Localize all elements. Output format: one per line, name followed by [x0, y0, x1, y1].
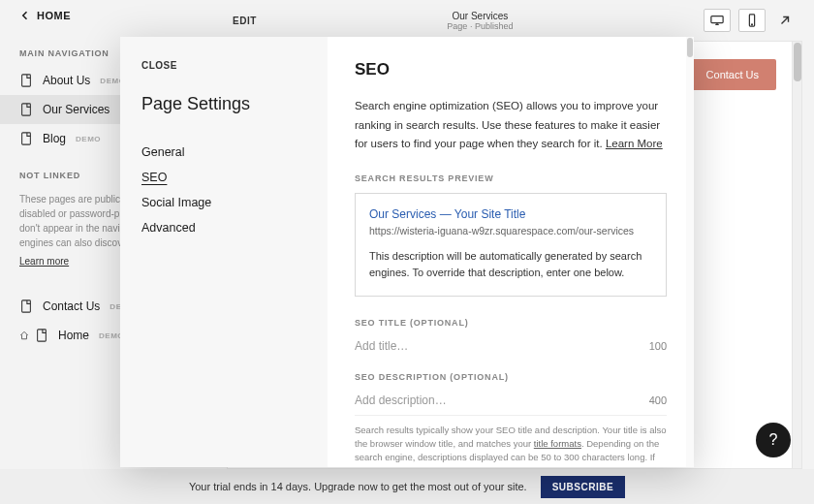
edit-button[interactable]: EDIT	[233, 16, 257, 26]
page-title: Our Services	[447, 11, 513, 21]
modal-content: SEO Search engine optimization (SEO) all…	[328, 37, 694, 467]
sidebar-item-label: Blog	[43, 132, 66, 145]
sidebar-item-label: About Us	[43, 74, 90, 87]
search-results-preview: Our Services — Your Site Title https://w…	[355, 193, 667, 297]
open-external-button[interactable]	[773, 9, 797, 32]
page-title-block: Our Services Page · Published	[447, 11, 513, 31]
seo-title-count: 100	[649, 340, 667, 352]
arrow-up-right-icon	[778, 14, 792, 27]
mobile-icon	[745, 14, 759, 27]
page-settings-modal: CLOSE Page Settings General SEO Social I…	[120, 37, 694, 467]
header-right-controls	[704, 9, 797, 32]
svg-rect-1	[22, 104, 31, 115]
scrollbar-thumb[interactable]	[687, 38, 693, 57]
seo-title-field[interactable]: Add title… 100	[355, 337, 667, 353]
desktop-view-button[interactable]	[704, 9, 731, 32]
seo-desc-label: SEO DESCRIPTION (OPTIONAL)	[355, 372, 667, 382]
seo-description: Search engine optimization (SEO) allows …	[355, 97, 667, 154]
home-back-link[interactable]: HOME	[0, 0, 215, 31]
trial-text: Your trial ends in 14 days. Upgrade now …	[189, 481, 527, 492]
sidebar-item-label: Contact Us	[43, 299, 100, 313]
svg-rect-3	[22, 300, 31, 312]
seo-desc-field[interactable]: Add description… 400	[355, 392, 667, 407]
preview-scrollbar[interactable]	[792, 42, 801, 468]
seo-title-label: SEO TITLE (OPTIONAL)	[355, 318, 667, 328]
modal-sidebar: CLOSE Page Settings General SEO Social I…	[120, 37, 328, 467]
page-status: Page · Published	[447, 21, 513, 31]
editor-header: EDIT Our Services Page · Published	[215, 0, 814, 41]
home-label: HOME	[37, 10, 71, 21]
title-formats-link[interactable]: title formats	[534, 438, 581, 449]
tab-general[interactable]: General	[141, 140, 306, 165]
seo-title-placeholder: Add title…	[355, 339, 408, 353]
sidebar-item-label: Home	[58, 329, 89, 342]
modal-title: Page Settings	[141, 94, 306, 114]
chevron-left-icon	[19, 10, 31, 21]
page-icon	[19, 103, 33, 116]
preview-description: This description will be automatically g…	[369, 248, 652, 282]
subscribe-button[interactable]: SUBSCRIBE	[541, 476, 625, 498]
seo-desc-count: 400	[649, 394, 667, 406]
page-icon	[19, 299, 33, 313]
seo-help-text: Search results typically show your SEO t…	[355, 415, 667, 467]
seo-desc-placeholder: Add description…	[355, 394, 447, 407]
desktop-icon	[710, 14, 724, 27]
help-fab[interactable]: ?	[756, 423, 791, 457]
preview-url: https://wisteria-iguana-w9zr.squarespace…	[369, 225, 652, 236]
close-button[interactable]: CLOSE	[141, 60, 306, 71]
seo-learn-more-link[interactable]: Learn More	[606, 138, 663, 149]
search-preview-label: SEARCH RESULTS PREVIEW	[355, 173, 667, 183]
home-icon	[19, 331, 29, 340]
sidebar-item-label: Our Services	[43, 103, 110, 116]
tab-advanced[interactable]: Advanced	[141, 215, 306, 240]
page-icon	[19, 132, 33, 145]
preview-title: Our Services — Your Site Title	[369, 207, 652, 221]
tab-social-image[interactable]: Social Image	[141, 190, 306, 215]
help-icon: ?	[769, 431, 778, 449]
scrollbar-thumb[interactable]	[794, 43, 801, 81]
seo-heading: SEO	[355, 60, 667, 79]
svg-rect-2	[22, 133, 31, 144]
svg-point-7	[752, 24, 753, 25]
demo-badge: DEMO	[76, 135, 101, 143]
svg-rect-4	[38, 330, 47, 341]
page-icon	[35, 329, 48, 342]
svg-rect-5	[711, 16, 723, 23]
tab-seo[interactable]: SEO	[141, 165, 306, 190]
preview-contact-button[interactable]: Contact Us	[689, 59, 776, 90]
svg-rect-0	[22, 75, 31, 86]
mobile-view-button[interactable]	[738, 9, 766, 32]
page-icon	[19, 74, 33, 87]
trial-banner: Your trial ends in 14 days. Upgrade now …	[0, 469, 814, 504]
modal-scrollbar[interactable]	[686, 37, 694, 467]
